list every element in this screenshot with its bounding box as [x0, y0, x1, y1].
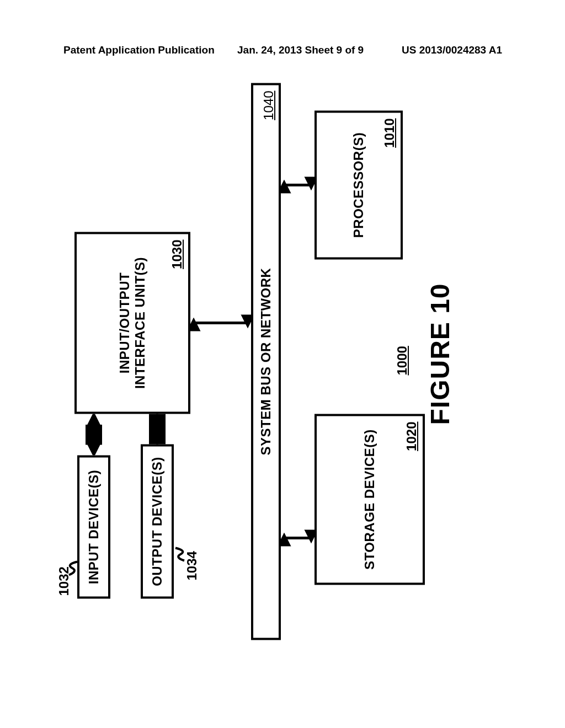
io-interface-label-1: INPUT/OUTPUT [117, 272, 132, 373]
figure-ref-1000: 1000 [395, 346, 410, 375]
block-system-bus: SYSTEM BUS OR NETWORK 1040 [251, 83, 281, 640]
page-header: Patent Application Publication Jan. 24, … [0, 44, 565, 57]
bus-ref: 1040 [261, 90, 276, 120]
block-processor: PROCESSOR(S) 1010 [315, 110, 403, 259]
squiggle-1034 [173, 546, 186, 563]
diagram-inner: SYSTEM BUS OR NETWORK 1040 INPUT DEVICE(… [66, 80, 463, 640]
processor-ref: 1010 [382, 118, 397, 147]
figure-title: FIGURE 10 [425, 283, 455, 425]
block-io-interface: INPUT/OUTPUT INTERFACE UNIT(S) 1030 [74, 232, 190, 414]
storage-device-label: STORAGE DEVICE(S) [362, 429, 377, 570]
diagram: SYSTEM BUS OR NETWORK 1040 INPUT DEVICE(… [66, 80, 463, 640]
block-output-device: OUTPUT DEVICE(S) [141, 444, 174, 598]
hdr-left: Patent Application Publication [63, 44, 215, 56]
block-input-device: INPUT DEVICE(S) [77, 455, 110, 598]
hdr-right: US 2013/0024283 A1 [402, 44, 502, 56]
processor-label: PROCESSOR(S) [351, 132, 366, 237]
arrow-io-to-bus [190, 314, 251, 331]
hdr-mid: Jan. 24, 2013 Sheet 9 of 9 [237, 44, 364, 56]
bus-label: SYSTEM BUS OR NETWORK [258, 267, 274, 455]
callout-1034: 1034 [184, 551, 200, 580]
squiggle-1032 [67, 560, 79, 576]
io-interface-ref: 1030 [169, 239, 185, 269]
input-device-label: INPUT DEVICE(S) [86, 469, 102, 584]
block-storage-device: STORAGE DEVICE(S) 1020 [315, 414, 425, 585]
arrow-output-to-io [149, 414, 166, 444]
arrow-input-to-io [86, 414, 102, 455]
arrow-processor-to-bus [281, 176, 315, 193]
storage-device-ref: 1020 [404, 421, 419, 451]
io-interface-label-2: INTERFACE UNIT(S) [132, 256, 147, 388]
arrow-storage-to-bus [281, 529, 315, 546]
output-device-label: OUTPUT DEVICE(S) [150, 457, 165, 586]
